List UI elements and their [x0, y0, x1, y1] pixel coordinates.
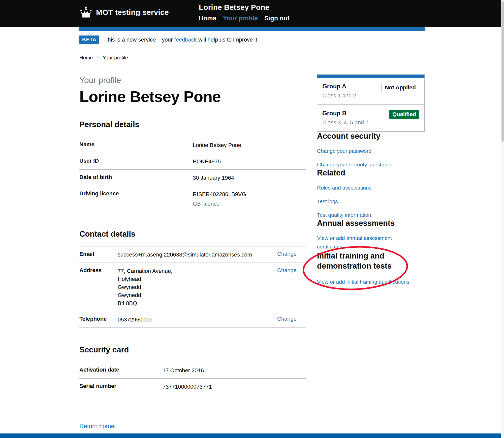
chevron-right-icon [96, 56, 99, 59]
beta-banner: BETA This is a new service – your feedba… [79, 31, 425, 48]
row-value: 05372960000 [118, 316, 268, 324]
address-line: B4 8BQ [118, 299, 268, 307]
status-badge-qualified: Qualified [389, 110, 419, 119]
row-label: Address [79, 267, 118, 307]
qualification-status-panel: Group A Class 1 and 2 Not Applied Group … [317, 75, 425, 132]
status-badge-not-applied: Not Applied [381, 83, 419, 92]
header-accent-bar [79, 27, 425, 31]
nav-sign-out[interactable]: Sign out [264, 15, 290, 22]
breadcrumb-divider [79, 66, 425, 66]
beta-text: This is a new service – your feedback wi… [104, 36, 259, 43]
row-label: Serial number [79, 383, 163, 391]
change-email-link[interactable]: Change [277, 251, 297, 257]
initial-training-qualifications-link[interactable]: View or add initial training qualificati… [317, 278, 425, 286]
telephone-value: 05372960000 [118, 316, 268, 324]
test-quality-information-link[interactable]: Test quality information [317, 211, 425, 219]
account-security-heading: Account security [317, 132, 425, 141]
personal-details-table: Name Lorine Betsey Pone User ID PONE4975… [79, 137, 306, 212]
table-row: Serial number 7377100000073771 [79, 378, 306, 395]
table-row: User ID PONE4975 [79, 153, 306, 169]
related-heading: Related [317, 168, 425, 177]
footer-bar [0, 433, 504, 438]
annual-assessments-heading: Annual assessments [317, 219, 425, 228]
row-value: 17 October 2016 [163, 367, 306, 375]
change-address-link[interactable]: Change [277, 267, 297, 273]
feedback-link[interactable]: feedback [174, 36, 197, 43]
address-line: Gwynedd, [118, 283, 268, 291]
address-line: Gwynedd, [118, 291, 268, 299]
breadcrumb: Home Your profile [79, 55, 425, 61]
row-label: Telephone [79, 316, 118, 324]
row-label: Date of birth [79, 174, 193, 182]
security-card-heading: Security card [79, 345, 306, 354]
table-row: Name Lorine Betsey Pone [79, 137, 306, 153]
driving-licence-number: RISER402286LB9VG [193, 190, 306, 198]
group-name: Group A [322, 83, 356, 90]
table-row: Telephone 05372960000 Change [79, 311, 306, 327]
security-card-table: Activation date 17 October 2016 Serial n… [79, 362, 306, 395]
table-row: Date of birth 30 January 1964 [79, 169, 306, 186]
email-value: success+m.aseng.220638@simulator.amazons… [118, 251, 268, 259]
group-name: Group B [322, 110, 368, 117]
change-security-questions-link[interactable]: Change your security questions [317, 161, 425, 168]
table-row: Address 77, Carnation Avenue, Holyhead, … [79, 263, 306, 311]
breadcrumb-current: Your profile [103, 55, 128, 61]
beta-text-before: This is a new service – your [104, 36, 174, 43]
page-caption: Your profile [79, 76, 306, 85]
table-row: Email success+m.aseng.220638@simulator.a… [79, 246, 306, 263]
address-line: 77, Carnation Avenue, [118, 267, 268, 275]
row-label: Email [79, 251, 118, 259]
beta-badge: BETA [79, 35, 99, 44]
row-value: 30 January 1964 [193, 174, 306, 182]
group-classes: Class 1 and 2 [322, 92, 356, 99]
row-label: User ID [79, 158, 193, 166]
change-telephone-link[interactable]: Change [277, 316, 297, 322]
row-value: success+m.aseng.220638@simulator.amazons… [118, 251, 268, 259]
breadcrumb-home-link[interactable]: Home [79, 55, 93, 61]
nav-your-profile[interactable]: Your profile [223, 15, 258, 22]
crown-logo-icon [79, 7, 92, 18]
page-title: Lorine Betsey Pone [79, 88, 306, 105]
contact-details-heading: Contact details [79, 230, 306, 239]
address-line: Holyhead, [118, 275, 268, 283]
row-value: PONE4975 [193, 158, 306, 166]
row-label: Name [79, 141, 193, 149]
header-nav: Home Your profile Sign out [199, 15, 290, 22]
scrollbar-track[interactable] [501, 0, 504, 438]
table-row: Driving licence RISER402286LB9VG GB lice… [79, 186, 306, 212]
row-label: Driving licence [79, 190, 193, 208]
initial-training-heading: Initial training and demonstration tests [317, 251, 425, 271]
site-header: MOT testing service Lorine Betsey Pone H… [0, 0, 504, 27]
beta-text-after: will help us to improve it. [197, 36, 259, 43]
service-name: MOT testing service [96, 8, 169, 17]
qualification-row-group-a: Group A Class 1 and 2 Not Applied [317, 78, 424, 104]
personal-details-heading: Personal details [79, 120, 306, 129]
test-logs-link[interactable]: Test logs [317, 198, 425, 205]
scrollbar-thumb[interactable] [501, 1, 504, 142]
change-password-link[interactable]: Change your password [317, 147, 425, 155]
qualification-row-group-b: Group B Class 3, 4, 5 and 7 Qualified [317, 104, 424, 131]
contact-details-table: Email success+m.aseng.220638@simulator.a… [79, 246, 306, 328]
group-classes: Class 3, 4, 5 and 7 [322, 119, 368, 126]
row-value: Lorine Betsey Pone [193, 141, 306, 149]
header-user-name: Lorine Betsey Pone [199, 3, 290, 12]
table-row: Activation date 17 October 2016 [79, 362, 306, 378]
row-value: 77, Carnation Avenue, Holyhead, Gwynedd,… [118, 267, 268, 307]
nav-home[interactable]: Home [199, 15, 216, 22]
row-label: Activation date [79, 367, 163, 375]
return-home-link[interactable]: Return home [79, 423, 114, 430]
roles-associations-link[interactable]: Roles and associations [317, 184, 425, 192]
row-value: RISER402286LB9VG GB licence [193, 190, 306, 208]
annual-assessment-certificates-link[interactable]: View or add annual assessment certificat… [317, 234, 404, 251]
row-value: 7377100000073771 [163, 383, 306, 391]
licence-origin: GB licence [193, 200, 306, 208]
